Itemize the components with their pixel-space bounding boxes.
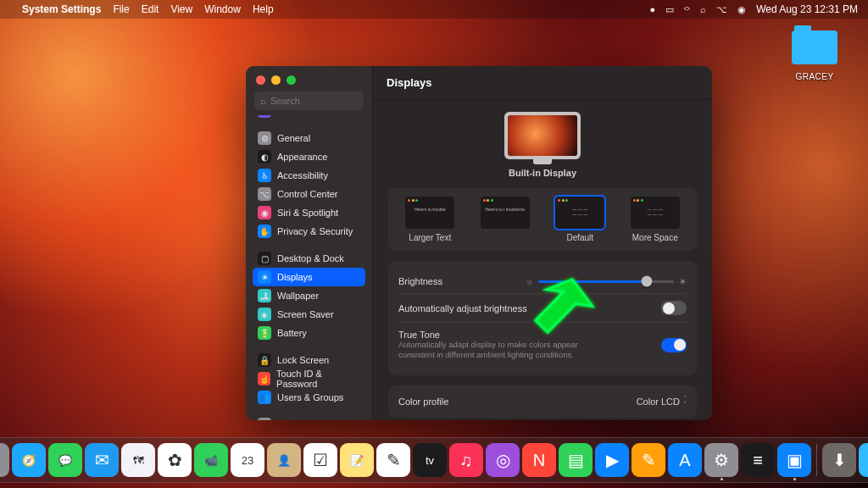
dock-app-ableton[interactable]: ≡ — [741, 443, 775, 477]
window-controls — [246, 66, 372, 92]
dock-app-pages[interactable]: ✎ — [632, 443, 665, 477]
dock-app-messages[interactable]: 💬 — [48, 443, 82, 477]
sidebar-icon: ◉ — [258, 206, 271, 219]
resolution-panel: Here's to troubleLarger TextHere's to t … — [388, 188, 697, 251]
color-profile-select[interactable]: Color LCD ˄˅ — [637, 396, 687, 408]
system-settings-window: ⌕ Search ⏱Screen Time⚙General◐Appearance… — [246, 66, 712, 420]
minimize-button[interactable] — [271, 75, 281, 85]
sidebar-list[interactable]: ⏱Screen Time⚙General◐Appearance♿︎Accessi… — [246, 115, 372, 420]
dock-app-mail[interactable]: ✉ — [85, 443, 119, 477]
dock-downloads[interactable]: ⬇ — [822, 443, 856, 477]
sidebar-item-screen-saver[interactable]: ◈Screen Saver — [253, 305, 365, 324]
truetone-label: True Tone — [398, 330, 610, 340]
sidebar-icon: ⚙ — [258, 131, 271, 145]
control-center-icon[interactable]: ⌥ — [716, 4, 727, 15]
sidebar-icon: 👥 — [258, 391, 271, 404]
sidebar-item-wallpaper[interactable]: 🏞Wallpaper — [253, 286, 365, 305]
sidebar-item-displays[interactable]: ☀Displays — [253, 268, 365, 286]
display-name: Built-in Display — [388, 168, 697, 178]
brightness-slider[interactable]: ☼ ☀ — [526, 277, 687, 286]
brightness-high-icon: ☀ — [679, 277, 687, 286]
dock-app-launchpad[interactable]: ▦ — [0, 443, 9, 477]
dock-app-contacts[interactable]: 👤 — [267, 443, 301, 477]
menu-edit[interactable]: Edit — [142, 3, 159, 15]
sidebar-icon: 🔒 — [258, 353, 271, 367]
color-profile-label: Color profile — [398, 396, 448, 407]
brightness-label: Brightness — [398, 276, 442, 286]
siri-icon[interactable]: ◉ — [737, 4, 746, 15]
spotlight-icon[interactable]: ⌕ — [700, 4, 706, 14]
menu-help[interactable]: Help — [253, 3, 274, 15]
search-icon: ⌕ — [260, 96, 266, 106]
sidebar-item-battery[interactable]: 🔋Battery — [253, 324, 365, 342]
brightness-low-icon: ☼ — [526, 277, 533, 286]
dock-app-calendar[interactable]: 23 — [231, 443, 264, 477]
sidebar-icon: ◈ — [258, 308, 271, 321]
sidebar-item-touch-id-password[interactable]: ☝Touch ID & Password — [253, 369, 365, 388]
display-preview: Built-in Display — [388, 112, 697, 178]
dock-app-zoom[interactable]: ▣ — [777, 443, 811, 477]
close-button[interactable] — [256, 75, 265, 85]
resolution-option[interactable]: Here's to troubleLarger Text — [398, 197, 462, 242]
sidebar-item-control-center[interactable]: ⌥Control Center — [253, 185, 365, 203]
sidebar-icon: ♿︎ — [258, 169, 271, 182]
dock-app-reminders[interactable]: ☑ — [303, 443, 337, 477]
resolution-option[interactable]: Here's to t troublema — [474, 197, 537, 242]
folder-icon — [792, 30, 837, 64]
sidebar-item-users-groups[interactable]: 👥Users & Groups — [253, 388, 365, 407]
dock-app-notes[interactable]: 📝 — [340, 443, 374, 477]
sidebar-item-passwords[interactable]: 🔑Passwords — [253, 415, 365, 420]
auto-brightness-label: Automatically adjust brightness — [398, 303, 527, 313]
dock-app-numbers[interactable]: ▤ — [559, 443, 593, 477]
truetone-toggle[interactable] — [661, 338, 687, 352]
dock-app-facetime[interactable]: 📹 — [194, 443, 228, 477]
desktop-folder-gracey[interactable]: GRACEY — [785, 30, 844, 83]
dock-separator — [816, 444, 817, 476]
sidebar-item-accessibility[interactable]: ♿︎Accessibility — [253, 166, 365, 185]
folder-label: GRACEY — [795, 72, 833, 81]
dock-folder[interactable]: 📁 — [859, 443, 868, 477]
dock-app-freeform[interactable]: ✎ — [376, 443, 410, 477]
sidebar-item-desktop-dock[interactable]: ▢Desktop & Dock — [253, 249, 365, 268]
auto-brightness-toggle[interactable] — [661, 301, 687, 315]
menu-file[interactable]: File — [113, 3, 129, 15]
brightness-panel: Brightness ☼ ☀ Automatically adjust brig… — [388, 261, 697, 375]
color-profile-panel: Color profile Color LCD ˄˅ — [388, 385, 697, 418]
wifi-icon[interactable]: ⌔ — [684, 4, 690, 14]
chevron-updown-icon: ˄˅ — [683, 396, 687, 408]
dock-app-podcasts[interactable]: ◎ — [486, 443, 520, 477]
sidebar-icon: 🔑 — [258, 418, 271, 420]
sidebar-icon: ⏱ — [258, 115, 271, 118]
menu-bar: System Settings File Edit View Window He… — [0, 0, 868, 19]
app-menu[interactable]: System Settings — [22, 3, 101, 15]
sidebar-item-siri-spotlight[interactable]: ◉Siri & Spotlight — [253, 203, 365, 222]
recording-indicator-icon[interactable]: ● — [649, 4, 655, 14]
dock-app-system-settings[interactable]: ⚙ — [704, 443, 738, 477]
resolution-option[interactable]: — — —— — —Default — [548, 197, 612, 242]
displays-pane: Built-in Display Here's to troubleLarger… — [373, 100, 712, 420]
sidebar-icon: ☀ — [258, 270, 271, 284]
search-input[interactable]: ⌕ Search — [254, 92, 364, 110]
sidebar-item-privacy-security[interactable]: ✋Privacy & Security — [253, 222, 365, 241]
sidebar-icon: ⌥ — [258, 187, 271, 201]
sidebar-icon: ◐ — [258, 150, 271, 164]
battery-icon[interactable]: ▭ — [665, 4, 674, 15]
menu-clock[interactable]: Wed Aug 23 12:31 PM — [756, 3, 858, 15]
sidebar-item-appearance[interactable]: ◐Appearance — [253, 147, 365, 166]
dock-app-photos[interactable]: ✿ — [158, 443, 192, 477]
dock-app-keynote[interactable]: ▶ — [595, 443, 629, 477]
dock-app-safari[interactable]: 🧭 — [12, 443, 46, 477]
menu-view[interactable]: View — [170, 3, 192, 15]
sidebar-item-lock-screen[interactable]: 🔒Lock Screen — [253, 351, 365, 369]
fullscreen-button[interactable] — [287, 75, 296, 85]
sidebar-item-general[interactable]: ⚙General — [253, 129, 365, 147]
dock-app-tv[interactable]: tv — [413, 443, 447, 477]
sidebar: ⌕ Search ⏱Screen Time⚙General◐Appearance… — [246, 66, 373, 420]
dock-app-news[interactable]: N — [522, 443, 556, 477]
sidebar-icon: 🔋 — [258, 326, 271, 340]
dock-app-maps[interactable]: 🗺 — [121, 443, 155, 477]
dock-app-app-store[interactable]: A — [668, 443, 702, 477]
dock-app-music[interactable]: ♫ — [449, 443, 483, 477]
menu-window[interactable]: Window — [204, 3, 241, 15]
resolution-option[interactable]: — — —— — —More Space — [624, 197, 687, 242]
